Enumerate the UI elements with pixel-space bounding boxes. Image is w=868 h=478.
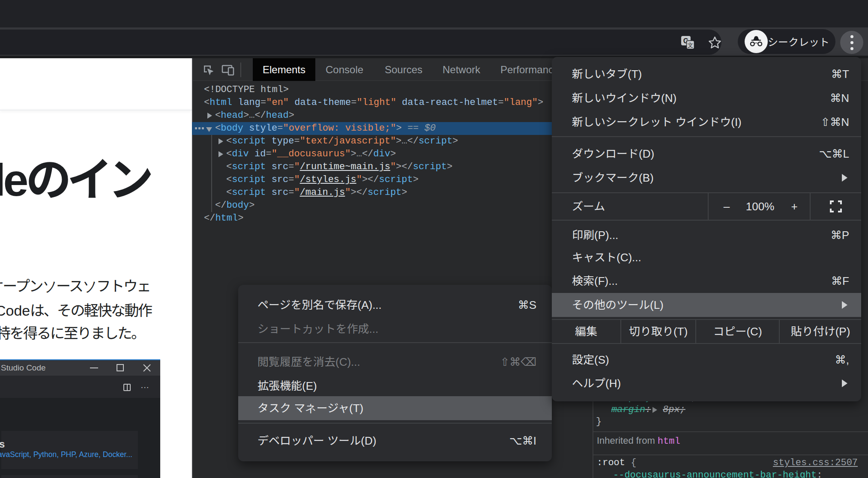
svg-text:文: 文 [688,40,694,49]
